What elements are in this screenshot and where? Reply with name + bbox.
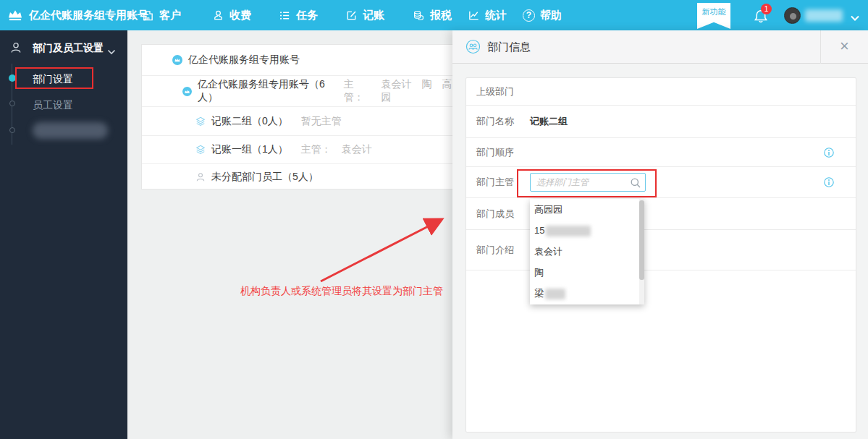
department-tree-card: 亿企代账服务组专用账号 亿企代账服务组专用账号（6人） 主管： 袁会计 陶 高园… [141, 44, 464, 189]
sidebar-item-employee-settings[interactable]: 员工设置 [33, 99, 73, 112]
app-root: 亿企代账服务组专用账号 客户 收费 任务 [0, 0, 868, 439]
stamp-icon [212, 9, 224, 22]
nav-label: 记账 [363, 9, 384, 22]
dropdown-option[interactable]: 15 [530, 220, 644, 241]
annotation-text: 机构负责人或系统管理员将其设置为部门主管 [240, 285, 443, 298]
field-row-department-manager: 部门主管 [466, 167, 856, 198]
top-nav: 亿企代账服务组专用账号 客户 收费 任务 [0, 0, 868, 30]
field-row-department-name: 部门名称 记账二组 [466, 106, 856, 138]
department-form-card: 上级部门 部门名称 记账二组 部门顺序 部门主管 [465, 77, 856, 432]
dropdown-option[interactable]: 陶 [530, 262, 644, 283]
tree-row-unassigned[interactable]: 未分配部门员工（5人） [142, 163, 463, 189]
redacted-text [545, 289, 565, 299]
option-label: 陶 [534, 267, 544, 278]
tree-row-group1[interactable]: 记账一组（1人） 主管： 袁会计 [142, 135, 463, 163]
tree-root-row[interactable]: 亿企代账服务组专用账号 [142, 45, 463, 75]
tree-row-label: 亿企代账服务组专用账号（6人） [198, 78, 331, 104]
tree-row-label: 未分配部门员工（5人） [211, 171, 319, 184]
person-icon [9, 41, 22, 56]
dropdown-option[interactable]: 高园园 [530, 199, 644, 220]
layers-icon [195, 116, 206, 127]
manager-dropdown: 高园园 15 袁会计 陶 梁 [530, 199, 644, 304]
help-icon: ? [523, 9, 535, 22]
active-item-dot [9, 74, 16, 82]
sidebar: 部门及员工设置 部门设置 员工设置 [0, 30, 127, 439]
search-icon[interactable] [630, 177, 641, 192]
supervisor-names: 袁会计 陶 高园园 [381, 78, 463, 104]
nav-label: 收费 [229, 9, 251, 22]
tree-row-label: 记账二组（0人） [211, 115, 288, 128]
sidebar-group-label: 部门及员工设置 [33, 42, 104, 55]
redacted-text [546, 226, 591, 236]
field-label: 部门主管 [476, 176, 530, 189]
panel-title: 部门信息 [487, 41, 531, 54]
layers-icon [195, 145, 206, 155]
dropdown-scrollbar-track[interactable] [639, 199, 644, 304]
tree-row-label: 记账一组（1人） [211, 143, 288, 156]
dropdown-scrollbar-thumb[interactable] [639, 200, 644, 280]
nav-item-tasks[interactable]: 任务 [279, 0, 318, 30]
field-label: 部门成员 [476, 208, 530, 221]
manager-select-box [530, 173, 646, 192]
field-row-parent-department: 上级部门 [466, 78, 856, 106]
crown-badge-icon [172, 55, 182, 65]
dropdown-option[interactable]: 梁 [530, 283, 644, 304]
sidebar-item-redacted[interactable] [33, 122, 108, 139]
building-icon [142, 9, 154, 22]
option-label: 袁会计 [534, 246, 562, 257]
field-row-department-order: 部门顺序 [466, 138, 856, 167]
nav-item-billing[interactable]: 收费 [212, 0, 251, 30]
tree-root-label: 亿企代账服务组专用账号 [188, 54, 300, 67]
nav-label: 客户 [159, 9, 181, 22]
field-label: 上级部门 [476, 85, 530, 98]
new-feature-badge[interactable]: 新功能 [697, 3, 730, 29]
info-icon[interactable] [824, 177, 834, 190]
nav-label: 报税 [430, 9, 452, 22]
line-chart-icon [468, 9, 480, 22]
supervisor-label: 暂无主管 [301, 115, 342, 128]
panel-header: 部门信息 × [452, 30, 868, 64]
annotation-arrow [315, 212, 452, 288]
sidebar-group-dept-employee-settings[interactable]: 部门及员工设置 [0, 30, 127, 67]
item-dot [9, 101, 15, 106]
person-outline-icon [195, 172, 206, 182]
new-feature-label: 新功能 [702, 7, 726, 16]
brand-label: 亿企代账服务组专用账号 [29, 9, 148, 22]
nav-label: 帮助 [540, 9, 562, 22]
department-info-panel: 部门信息 × 上级部门 部门名称 记账二组 部门顺序 [452, 30, 868, 439]
tree-row-group2[interactable]: 记账二组（0人） 暂无主管 [142, 106, 463, 135]
supervisor-label: 主管： [344, 78, 371, 104]
department-name-value: 记账二组 [530, 115, 568, 128]
chevron-down-icon [850, 14, 860, 22]
option-label: 高园园 [534, 204, 562, 215]
brand[interactable]: 亿企代账服务组专用账号 [7, 0, 148, 30]
nav-item-bookkeeping[interactable]: 记账 [345, 0, 384, 30]
sidebar-item-department-settings[interactable]: 部门设置 [33, 73, 73, 86]
account-menu-chevron[interactable] [850, 12, 860, 25]
crown-logo-icon [7, 9, 23, 22]
field-row-department-intro: 部门介绍 [466, 230, 856, 270]
task-list-icon [279, 9, 291, 22]
coins-icon [413, 9, 425, 22]
nav-item-stats[interactable]: 统计 [468, 0, 507, 30]
item-dot [9, 127, 15, 133]
nav-item-help[interactable]: ? 帮助 [523, 0, 562, 30]
avatar[interactable] [784, 7, 801, 24]
close-icon: × [840, 37, 849, 55]
nav-label: 任务 [296, 9, 318, 22]
dropdown-option[interactable]: 袁会计 [530, 241, 644, 262]
field-row-empty [466, 270, 856, 432]
info-icon[interactable] [824, 148, 834, 161]
close-button[interactable]: × [820, 30, 868, 64]
field-label: 部门介绍 [476, 244, 530, 257]
tree-row-main-account[interactable]: 亿企代账服务组专用账号（6人） 主管： 袁会计 陶 高园园 [142, 75, 463, 106]
field-label: 部门顺序 [476, 146, 530, 159]
ledger-edit-icon [345, 9, 358, 22]
chevron-down-icon [107, 46, 116, 57]
nav-label: 统计 [485, 9, 507, 22]
nav-item-tax[interactable]: 报税 [413, 0, 452, 30]
supervisor-names: 袁会计 [342, 143, 372, 156]
manager-search-input[interactable] [531, 174, 645, 191]
nav-item-customers[interactable]: 客户 [142, 0, 181, 30]
crown-badge-icon [182, 87, 192, 96]
